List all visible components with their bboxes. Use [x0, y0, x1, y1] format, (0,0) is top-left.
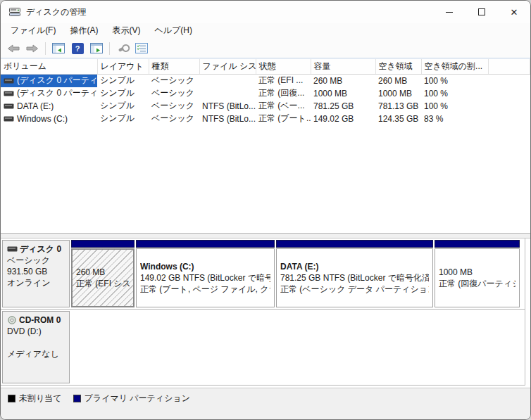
volume-fs [199, 75, 256, 87]
partition-block-recovery[interactable]: 1000 MB 正常 (回復パーティシ [435, 240, 520, 307]
partition-color-bar [136, 240, 275, 248]
app-icon [9, 7, 20, 17]
volume-status: 正常 (ブート... [256, 113, 311, 125]
menu-view[interactable]: 表示(V) [105, 23, 147, 39]
volume-capacity: 260 MB [311, 75, 375, 87]
legend-unallocated-label: 未割り当て [19, 393, 62, 405]
action-pane-icon [90, 43, 103, 53]
partition-block-windows[interactable]: Windows (C:) 149.02 GB NTFS (BitLocker で… [136, 240, 275, 307]
col-capacity[interactable]: 容量 [311, 59, 375, 75]
col-type[interactable]: 種類 [149, 59, 199, 75]
volume-name: (ディスク 0 パーティシ... [17, 75, 97, 87]
volume-row-windows[interactable]: Windows (C:) シンプル ベーシック NTFS (BitLo... 正… [1, 113, 530, 125]
volume-free-percent: 83 % [421, 113, 488, 125]
help-icon: ? [72, 43, 84, 54]
forward-button[interactable] [24, 41, 41, 56]
disk0-status: オンライン [7, 277, 66, 288]
menubar: ファイル(F) 操作(A) 表示(V) ヘルプ(H) [1, 23, 530, 39]
cdrom-row: CD-ROM 0 DVD (D:) メディアなし [1, 310, 525, 386]
volume-row-recovery[interactable]: (ディスク 0 パーティシ... シンプル ベーシック 正常 (回復... 10… [1, 87, 530, 100]
volume-layout: シンプル [97, 87, 149, 100]
volume-name: DATA (E:) [17, 101, 54, 111]
help-button[interactable]: ? [69, 41, 86, 56]
disk0-size: 931.50 GB [7, 266, 66, 277]
volume-type: ベーシック [149, 113, 199, 125]
minimize-icon [446, 12, 453, 13]
partition-block-efi[interactable]: 260 MB 正常 (EFI システ [71, 240, 135, 307]
partition-size: 1000 MB [439, 267, 516, 278]
partition-title: Windows (C:) [140, 261, 270, 272]
menu-file[interactable]: ファイル(F) [4, 23, 63, 39]
volume-free: 260 MB [375, 75, 421, 87]
volume-list-pane: ボリューム レイアウト 種類 ファイル システム 状態 容量 空き領域 空き領域… [1, 58, 530, 233]
close-button[interactable]: ✕ [498, 1, 530, 23]
volume-capacity: 149.02 GB [311, 113, 375, 125]
legend-primary-label: プライマリ パーティション [85, 393, 190, 405]
minimize-button[interactable] [433, 1, 466, 23]
partition-color-bar [276, 240, 433, 248]
maximize-button[interactable] [466, 1, 498, 23]
col-status[interactable]: 状態 [256, 59, 311, 75]
disk-management-window: ディスクの管理 ✕ ファイル(F) 操作(A) 表示(V) ヘルプ(H) [0, 0, 531, 420]
volume-status: 正常 (回復... [256, 87, 311, 100]
cdrom-drive: DVD (D:) [7, 326, 66, 337]
titlebar: ディスクの管理 ✕ [1, 1, 530, 23]
console-tree-icon [52, 43, 65, 53]
disk-graph-pane: ディスク 0 ベーシック 931.50 GB オンライン 260 MB 正常 (… [1, 238, 530, 388]
menu-help[interactable]: ヘルプ(H) [147, 23, 199, 39]
disk0-type: ベーシック [7, 255, 66, 266]
partition-color-bar [71, 240, 135, 248]
back-button[interactable] [5, 41, 22, 56]
disk0-row: ディスク 0 ベーシック 931.50 GB オンライン 260 MB 正常 (… [1, 238, 525, 310]
disk0-label-panel[interactable]: ディスク 0 ベーシック 931.50 GB オンライン [2, 240, 70, 307]
col-empty [488, 59, 530, 75]
show-console-tree-button[interactable] [50, 41, 67, 56]
volume-name: Windows (C:) [17, 114, 68, 124]
volume-row-data[interactable]: DATA (E:) シンプル ベーシック NTFS (BitLo... 正常 (… [1, 100, 530, 113]
volume-layout: シンプル [97, 113, 149, 125]
pane-splitter[interactable] [1, 233, 530, 238]
volume-free: 781.13 GB [375, 100, 421, 113]
volume-status: 正常 (EFI ... [256, 75, 311, 87]
volume-free-percent: 100 % [421, 75, 488, 87]
col-filesystem[interactable]: ファイル システム [199, 59, 256, 75]
volume-fs: NTFS (BitLo... [199, 113, 256, 125]
legend-bar: 未割り当て プライマリ パーティション [1, 388, 530, 419]
forward-arrow-icon [26, 44, 39, 53]
volume-capacity: 1000 MB [311, 87, 375, 100]
cdrom-name: CD-ROM 0 [19, 314, 61, 326]
col-free-percent[interactable]: 空き領域の割... [421, 59, 488, 75]
volume-layout: シンプル [97, 75, 149, 87]
col-layout[interactable]: レイアウト [97, 59, 149, 75]
volume-free-percent: 100 % [421, 87, 488, 100]
tools-button[interactable] [114, 41, 131, 56]
cdrom-media-status: メディアなし [7, 348, 66, 359]
volume-layout: シンプル [97, 100, 149, 113]
properties-button[interactable] [133, 41, 150, 56]
partition-color-bar [435, 240, 520, 248]
unallocated-swatch [8, 395, 15, 402]
cdrom-label-panel[interactable]: CD-ROM 0 DVD (D:) メディアなし [2, 311, 70, 383]
volume-table-header: ボリューム レイアウト 種類 ファイル システム 状態 容量 空き領域 空き領域… [1, 59, 530, 75]
volume-row-efi[interactable]: (ディスク 0 パーティシ... シンプル ベーシック 正常 (EFI ... … [1, 75, 530, 87]
toolbar-separator [109, 42, 110, 55]
col-volume[interactable]: ボリューム [1, 59, 97, 75]
properties-list-icon [135, 43, 148, 53]
partition-status: 正常 (ブート, ページ ファイル, クラッシュ ダ [140, 284, 270, 295]
volume-type: ベーシック [149, 87, 199, 100]
show-action-pane-button[interactable] [88, 41, 105, 56]
partition-block-data[interactable]: DATA (E:) 781.25 GB NTFS (BitLocker で暗号化… [276, 240, 433, 307]
col-free-space[interactable]: 空き領域 [375, 59, 421, 75]
disk-icon [4, 90, 14, 97]
disk-icon [4, 77, 14, 84]
back-arrow-icon [7, 44, 20, 53]
disk-icon [7, 246, 18, 253]
volume-name: (ディスク 0 パーティシ... [17, 87, 97, 99]
partition-status: 正常 (回復パーティシ [439, 278, 516, 289]
volume-type: ベーシック [149, 75, 199, 87]
legend-primary-partition: プライマリ パーティション [73, 393, 190, 405]
volume-status: 正常 (ベー... [256, 100, 311, 113]
menu-action[interactable]: 操作(A) [63, 23, 105, 39]
volume-capacity: 781.25 GB [311, 100, 375, 113]
partition-size: 781.25 GB NTFS (BitLocker で暗号化済み) [280, 272, 429, 284]
